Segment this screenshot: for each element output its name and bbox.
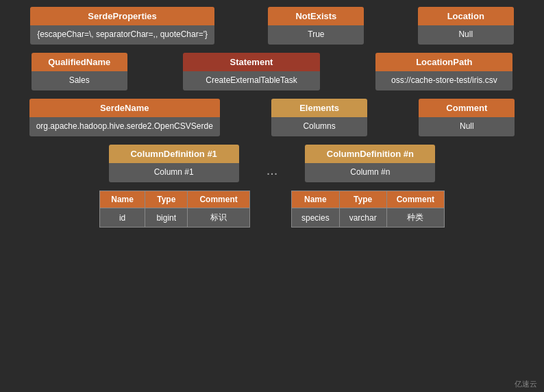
col-table1-type-header: Type bbox=[145, 191, 188, 208]
location-node: Location Null bbox=[418, 7, 514, 45]
watermark: 亿速云 bbox=[515, 379, 537, 389]
ellipsis: ... bbox=[260, 162, 285, 178]
row-1: SerdeProperties {escapeChar=\, separator… bbox=[7, 7, 537, 45]
table-row: id bigint 标识 bbox=[99, 208, 249, 228]
qualified-name-header: QualifiedName bbox=[32, 53, 127, 71]
not-exists-node: NotExists True bbox=[268, 7, 364, 45]
location-header: Location bbox=[418, 7, 514, 25]
comment-node: Comment Null bbox=[419, 99, 515, 136]
col-table1-comment-header: Comment bbox=[188, 191, 250, 208]
row-2: QualifiedName Sales Statement CreateExte… bbox=[7, 53, 537, 90]
not-exists-body: True bbox=[268, 25, 364, 45]
col-table2-name-header: Name bbox=[291, 191, 339, 208]
serde-name-node: SerdeName org.apache.hadoop.hive.serde2.… bbox=[29, 99, 220, 136]
serde-name-header: SerdeName bbox=[29, 99, 220, 117]
table2-row1-name: species bbox=[291, 208, 339, 228]
col-table2-type-header: Type bbox=[339, 191, 386, 208]
serde-properties-header: SerdeProperties bbox=[30, 7, 214, 25]
table2-row1-comment: 种类 bbox=[386, 208, 444, 228]
serde-properties-node: SerdeProperties {escapeChar=\, separator… bbox=[30, 7, 214, 45]
statement-header: Statement bbox=[183, 53, 320, 71]
statement-body: CreateExternalTableTask bbox=[183, 71, 320, 90]
col-def-n-header: ColumnDefinition #n bbox=[305, 145, 435, 163]
location-path-node: LocationPath oss://cache-store-test/iris… bbox=[375, 53, 512, 90]
serde-properties-body: {escapeChar=\, separatorChar=,, quoteCha… bbox=[30, 25, 214, 45]
qualified-name-node: QualifiedName Sales bbox=[32, 53, 127, 90]
elements-body: Columns bbox=[271, 117, 367, 136]
statement-node: Statement CreateExternalTableTask bbox=[183, 53, 320, 90]
col-def-n-body: Column #n bbox=[305, 163, 435, 182]
comment-body: Null bbox=[419, 117, 515, 136]
col-table2-comment-header: Comment bbox=[386, 191, 444, 208]
diagram: SerdeProperties {escapeChar=\, separator… bbox=[0, 0, 544, 392]
not-exists-header: NotExists bbox=[268, 7, 364, 25]
col-def-1-header: ColumnDefinition #1 bbox=[109, 145, 239, 163]
row-4: ColumnDefinition #1 Column #1 ... Column… bbox=[7, 145, 537, 182]
table2-row1-type: varchar bbox=[339, 208, 386, 228]
comment-header: Comment bbox=[419, 99, 515, 117]
elements-header: Elements bbox=[271, 99, 367, 117]
table1-row1-name: id bbox=[99, 208, 145, 228]
serde-name-body: org.apache.hadoop.hive.serde2.OpenCSVSer… bbox=[29, 117, 220, 136]
qualified-name-body: Sales bbox=[32, 71, 127, 90]
table1-row1-type: bigint bbox=[145, 208, 188, 228]
col-table1-name-header: Name bbox=[99, 191, 145, 208]
col-def-1-body: Column #1 bbox=[109, 163, 239, 182]
location-path-header: LocationPath bbox=[375, 53, 512, 71]
column-table-2: Name Type Comment species varchar 种类 bbox=[291, 191, 445, 228]
column-table-1: Name Type Comment id bigint 标识 bbox=[99, 191, 250, 228]
row-5: Name Type Comment id bigint 标识 Name Type bbox=[7, 191, 537, 228]
row-3: SerdeName org.apache.hadoop.hive.serde2.… bbox=[7, 99, 537, 136]
table-row: species varchar 种类 bbox=[291, 208, 444, 228]
table1-row1-comment: 标识 bbox=[188, 208, 250, 228]
location-body: Null bbox=[418, 25, 514, 45]
col-def-1-node: ColumnDefinition #1 Column #1 bbox=[109, 145, 239, 182]
col-def-n-node: ColumnDefinition #n Column #n bbox=[305, 145, 435, 182]
location-path-body: oss://cache-store-test/iris.csv bbox=[375, 71, 512, 90]
elements-node: Elements Columns bbox=[271, 99, 367, 136]
